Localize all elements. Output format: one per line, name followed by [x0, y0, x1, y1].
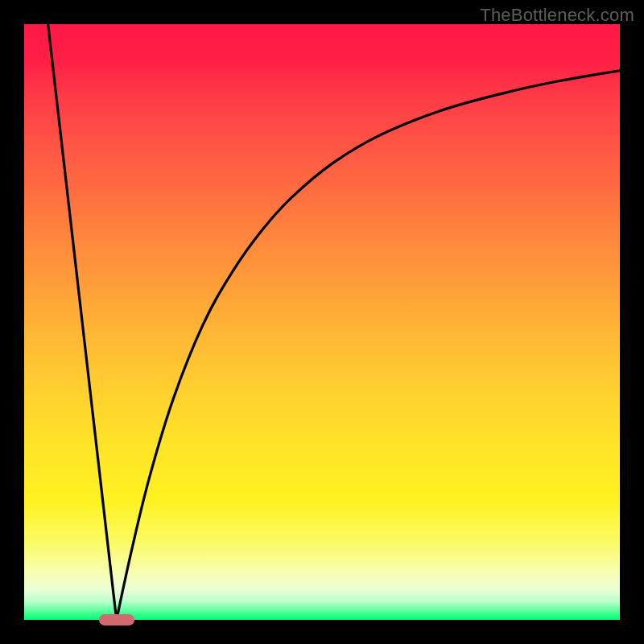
- right-branch-path: [117, 71, 620, 620]
- chart-frame: TheBottleneck.com: [0, 0, 644, 644]
- curve-svg: [24, 24, 620, 620]
- watermark-text: TheBottleneck.com: [480, 5, 634, 26]
- minimum-marker: [99, 614, 134, 625]
- left-branch-path: [48, 24, 117, 620]
- plot-area: [24, 24, 620, 620]
